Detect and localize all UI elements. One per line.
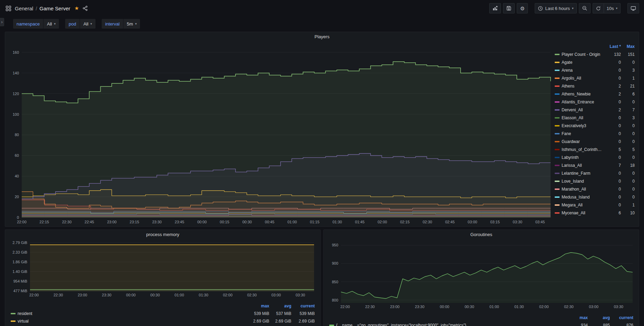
players-chart[interactable]: 02040608010012014016022:0022:1522:3022:4… (7, 42, 553, 225)
legend-item[interactable]: Derveni_All27 (555, 106, 635, 114)
legend-item[interactable]: Execratively300 (555, 122, 635, 130)
legend-value: 2 (605, 92, 621, 96)
variable-value-dropdown[interactable]: 5m ▾ (123, 19, 140, 29)
legend-item[interactable]: Lelantine_Farm00 (555, 169, 635, 177)
legend-item[interactable]: Arena03 (555, 66, 635, 74)
legend-value: 0 (623, 60, 635, 65)
legend-item[interactable]: Athens221 (555, 82, 635, 90)
legend-value: 0 (623, 187, 635, 192)
legend-item[interactable]: Fane00 (555, 130, 635, 137)
breadcrumb-dashboard-title[interactable]: Game Server (40, 6, 70, 11)
legend-value: 3 (623, 68, 635, 73)
share-icon[interactable] (82, 6, 88, 11)
series-name: Agate (562, 60, 572, 65)
legend-item[interactable]: Player Count - Origin132151 (555, 50, 635, 58)
series-name: Athens_Newbie (562, 92, 591, 96)
tv-kiosk-button[interactable] (627, 3, 639, 13)
legend-sort-column[interactable]: Last * (605, 44, 621, 49)
svg-text:954 MiB: 954 MiB (13, 279, 27, 283)
legend-value: 5 (605, 147, 621, 152)
legend-item[interactable]: resident539 MiB537 MiB539 MiB (11, 310, 315, 317)
svg-text:02:30: 02:30 (423, 220, 432, 224)
legend-value: 2 (605, 108, 621, 112)
variable-value-dropdown[interactable]: All ▾ (43, 19, 59, 29)
dashboards-grid-icon[interactable] (6, 6, 11, 11)
svg-text:01:00: 01:00 (288, 220, 297, 224)
series-color-swatch (555, 93, 560, 95)
svg-text:22:45: 22:45 (84, 220, 94, 224)
legend-item[interactable]: Medusa_Island00 (555, 193, 635, 201)
svg-text:23:00: 23:00 (390, 305, 400, 309)
sidebar-expand-handle[interactable]: › (0, 18, 4, 26)
variable-interval: interval 5m ▾ (102, 19, 140, 29)
legend-value: 0 (605, 68, 621, 73)
legend-value: 5 (623, 147, 635, 152)
legend-sort-column[interactable]: max (566, 315, 588, 320)
legend-item[interactable]: Elasson_All03 (555, 114, 635, 122)
refresh-interval-dropdown[interactable]: 10s ▾ (604, 3, 621, 13)
svg-text:22:00: 22:00 (340, 305, 350, 309)
svg-text:20: 20 (15, 195, 19, 199)
legend-value: 885 (590, 323, 610, 326)
add-panel-button[interactable] (489, 3, 501, 13)
chevron-down-icon: ▾ (572, 7, 574, 10)
legend-item[interactable]: Megara_All01 (555, 201, 635, 209)
refresh-button-group: 10s ▾ (593, 3, 621, 13)
series-name: Derveni_All (562, 108, 583, 112)
legend-value: 10 (623, 211, 635, 215)
zoom-out-button[interactable] (579, 3, 591, 13)
svg-text:2.79 GiB: 2.79 GiB (12, 241, 27, 245)
legend-item[interactable]: {__name__="go_goroutines", instance="loc… (329, 322, 633, 326)
legend-item[interactable]: Larissa_All718 (555, 161, 635, 169)
legend-value: 0 (605, 203, 621, 207)
series-color-swatch (555, 173, 560, 174)
refresh-button[interactable] (593, 3, 604, 13)
legend-sort-column[interactable]: current (293, 304, 315, 308)
players-legend: Last *MaxPlayer Count - Origin132151Agat… (553, 42, 637, 225)
legend-item[interactable]: Mycenae_All610 (555, 209, 635, 217)
panel-title[interactable]: process memory (5, 230, 320, 239)
legend-item[interactable]: Love_Island00 (555, 177, 635, 185)
panel-title[interactable]: Players (5, 32, 639, 41)
legend-item[interactable]: Labyrinth00 (555, 153, 635, 161)
save-dashboard-button[interactable] (503, 3, 515, 13)
svg-text:03:00: 03:00 (589, 305, 598, 309)
svg-text:0: 0 (17, 215, 19, 220)
legend-value: 2 (605, 84, 621, 89)
legend-item[interactable]: Argolis_All01 (555, 74, 635, 82)
legend-sort-column[interactable]: avg (271, 304, 291, 308)
dashboard-settings-button[interactable]: ⚙ (517, 3, 528, 13)
legend-sort-column[interactable]: Max (623, 44, 635, 49)
series-color-swatch (555, 189, 560, 190)
variable-value-dropdown[interactable]: All ▾ (80, 19, 95, 29)
favorite-star-icon[interactable]: ★ (74, 5, 79, 11)
legend-item[interactable]: virtual2.69 GiB2.69 GiB2.69 GiB (11, 317, 315, 325)
legend-sort-column[interactable]: max (247, 304, 269, 308)
series-color-swatch (555, 165, 560, 166)
svg-text:23:30: 23:30 (152, 220, 162, 224)
process-memory-chart[interactable]: 477 MiB954 MiB1.40 GiB1.86 GiB2.33 GiB2.… (7, 240, 318, 298)
svg-text:03:30: 03:30 (614, 305, 623, 309)
legend-item[interactable]: Isthmus_of_Corinth_All55 (555, 145, 635, 153)
legend-sort-column[interactable]: avg (590, 315, 610, 320)
panel-title[interactable]: Goroutines (324, 230, 639, 239)
legend-sort-column[interactable]: current (612, 315, 633, 320)
search-minus-icon (582, 6, 587, 11)
svg-text:00:30: 00:30 (465, 305, 474, 309)
svg-text:02:30: 02:30 (564, 305, 574, 309)
legend-item[interactable]: Guardwar00 (555, 137, 635, 145)
series-color-swatch (555, 133, 560, 134)
breadcrumb-folder[interactable]: General (15, 6, 33, 11)
legend-item[interactable]: Athens_Newbie26 (555, 90, 635, 98)
svg-text:22:15: 22:15 (40, 220, 49, 224)
series-color-swatch (555, 125, 560, 126)
svg-text:02:00: 02:00 (378, 220, 387, 224)
legend-item[interactable]: Marathon_All00 (555, 185, 635, 193)
legend-item[interactable]: Agate00 (555, 58, 635, 66)
legend-value: 0 (605, 131, 621, 136)
legend-value: 3 (623, 115, 635, 120)
time-range-picker[interactable]: Last 6 hours ▾ (535, 3, 576, 13)
svg-text:22:30: 22:30 (365, 305, 375, 309)
goroutines-chart[interactable]: 80085090095022:0022:3023:0023:3000:0000:… (326, 240, 636, 310)
legend-item[interactable]: Atlantis_Entrance00 (555, 98, 635, 106)
